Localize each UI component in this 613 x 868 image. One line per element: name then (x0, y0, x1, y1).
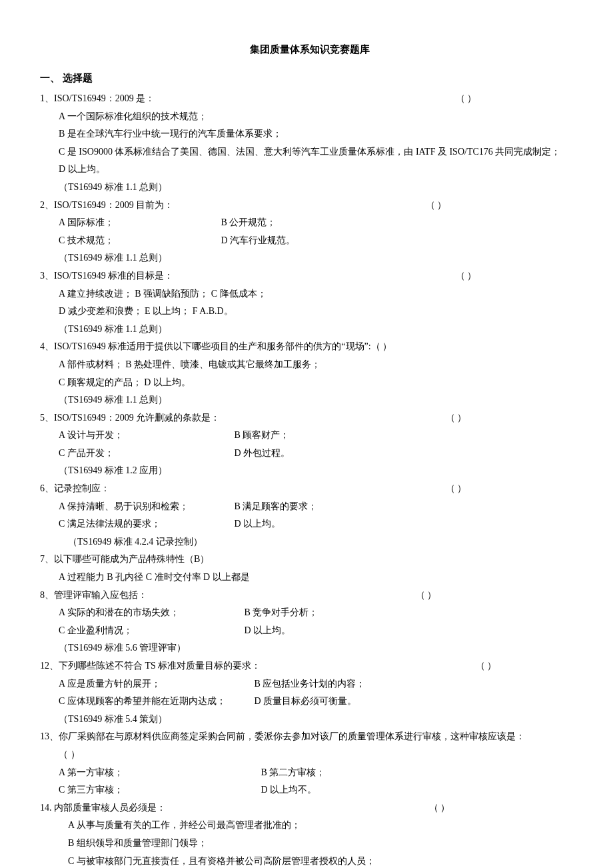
q12-option-d: D 质量目标必须可衡量。 (255, 696, 357, 706)
q13-option-b: B 第二方审核； (261, 767, 326, 777)
q3-blank: （ ） (456, 267, 477, 285)
section-header-choice: 一、 选择题 (40, 69, 580, 88)
q1-option-d: D 以上均。 (40, 161, 580, 179)
q13-option-d: D 以上均不。 (261, 785, 317, 795)
q8-options-row1: A 实际的和潜在的市场失效； B 竞争对手分析； (40, 604, 580, 622)
question-1-stem: 1、ISO/TS16949：2009 是： （ ） (40, 90, 580, 108)
q1-blank: （ ） (456, 90, 477, 108)
q5-text: 5、ISO/TS16949：2009 允许删减的条款是： (40, 413, 220, 423)
q8-options-row2: C 企业盈利情况； D 以上均。 (40, 622, 580, 640)
q4-options-row2: C 顾客规定的产品； D 以上均。 (40, 374, 580, 392)
q2-text: 2、ISO/TS16949：2009 目前为： (40, 200, 173, 210)
q4-reference: （TS16949 标准 1.1 总则） (40, 391, 580, 409)
document-title: 集团质量体系知识竞赛题库 (40, 40, 580, 59)
q2-reference: （TS16949 标准 1.1 总则） (40, 249, 580, 267)
q12-option-c: C 应体现顾客的希望并能在近期内达成； (59, 693, 252, 711)
question-5-stem: 5、ISO/TS16949：2009 允许删减的条款是： （ ） (40, 409, 580, 427)
q3-options-row2: D 减少变差和浪费； E 以上均； F A.B.D。 (40, 303, 580, 321)
question-7-stem: 7、以下哪些可能成为产品特殊特性（B） (40, 551, 580, 569)
q8-option-d: D 以上均。 (245, 625, 291, 635)
q8-reference: （TS16949 标准 5.6 管理评审） (40, 639, 580, 657)
q6-text: 6、记录控制应： (40, 483, 110, 493)
q13-option-a: A 第一方审核； (59, 764, 259, 782)
q5-blank: （ ） (446, 409, 467, 427)
q6-option-a: A 保持清晰、易于识别和检索； (59, 498, 232, 516)
question-3-stem: 3、ISO/TS16949 标准的目标是： （ ） (40, 267, 580, 285)
q7-options: A 过程能力 B 孔内径 C 准时交付率 D 以上都是 (40, 569, 580, 587)
q6-options-row2: C 满足法律法规的要求； D 以上均。 (40, 515, 580, 533)
q6-reference: （TS16949 标准 4.2.4 记录控制） (40, 533, 580, 551)
q13-options-row1: A 第一方审核； B 第二方审核； (40, 764, 580, 782)
q8-option-b: B 竞争对手分析； (245, 607, 318, 617)
q12-text: 12、下列哪些陈述不符合 TS 标准对质量目标的要求： (40, 661, 261, 671)
q6-option-d: D 以上均。 (235, 519, 281, 529)
q2-option-a: A 国际标准； (59, 214, 219, 232)
q12-options-row2: C 应体现顾客的希望并能在近期内达成； D 质量目标必须可衡量。 (40, 693, 580, 711)
q5-option-c: C 产品开发； (59, 445, 232, 463)
q1-option-b: B 是在全球汽车行业中统一现行的汽车质量体系要求； (40, 125, 580, 143)
question-13-stem: 13、你厂采购部在与原材料供应商签定采购合同前，委派你去参加对该厂的质量管理体系… (40, 728, 580, 746)
q3-options-row1: A 建立持续改进； B 强调缺陷预防； C 降低成本； (40, 285, 580, 303)
q5-option-d: D 外包过程。 (235, 448, 291, 458)
question-12-stem: 12、下列哪些陈述不符合 TS 标准对质量目标的要求： （ ） (40, 657, 580, 675)
q13-options-row2: C 第三方审核； D 以上均不。 (40, 781, 580, 799)
q5-option-b: B 顾客财产； (235, 430, 290, 440)
q1-reference: （TS16949 标准 1.1 总则） (40, 179, 580, 197)
q1-option-c: C 是 ISO9000 体系标准结合了美国、德国、法国、意大利等汽车工业质量体系… (40, 143, 580, 161)
q8-blank: （ ） (416, 587, 437, 605)
q14-option-c: C 与被审核部门无直接责任，且有资格并被公司高阶层管理者授权的人员； (40, 853, 580, 868)
q12-option-a: A 应是质量方针的展开； (59, 675, 252, 693)
q4-options-row1: A 部件或材料； B 热处理件、喷漆、电镀或其它最终加工服务； (40, 356, 580, 374)
q6-option-b: B 满足顾客的要求； (235, 501, 318, 511)
q14-option-a: A 从事与质量有关的工作，并经公司最高管理者批准的； (40, 817, 580, 835)
question-14-stem: 14. 内部质量审核人员必须是： （ ） (40, 799, 580, 817)
q6-options-row1: A 保持清晰、易于识别和检索； B 满足顾客的要求； (40, 498, 580, 516)
q5-options-row2: C 产品开发； D 外包过程。 (40, 445, 580, 463)
q8-text: 8、管理评审输入应包括： (40, 590, 147, 600)
q12-reference: （TS16949 标准 5.4 策划） (40, 711, 580, 729)
q2-option-c: C 技术规范； (59, 232, 219, 250)
q2-blank: （ ） (426, 197, 447, 215)
q1-text: 1、ISO/TS16949：2009 是： (40, 93, 155, 103)
q1-option-a: A 一个国际标准化组织的技术规范； (40, 108, 580, 126)
q5-reference: （TS16949 标准 1.2 应用） (40, 462, 580, 480)
q12-options-row1: A 应是质量方针的展开； B 应包括业务计划的内容； (40, 675, 580, 693)
q13-blank-line: （ ） (40, 746, 580, 764)
q3-reference: （TS16949 标准 1.1 总则） (40, 321, 580, 339)
q6-blank: （ ） (446, 480, 467, 498)
q2-option-d: D 汽车行业规范。 (221, 235, 296, 245)
q2-options-row1: A 国际标准； B 公开规范； (40, 214, 580, 232)
q14-option-b: B 组织领导和质量管理部门领导； (40, 835, 580, 853)
question-4-stem: 4、ISO/TS16949 标准适用于提供以下哪些项目的生产和服务部件的供方的“… (40, 338, 580, 356)
q12-option-b: B 应包括业务计划的内容； (255, 679, 366, 689)
q14-text: 14. 内部质量审核人员必须是： (40, 803, 166, 813)
q2-options-row2: C 技术规范； D 汽车行业规范。 (40, 232, 580, 250)
question-2-stem: 2、ISO/TS16949：2009 目前为： （ ） (40, 197, 580, 215)
q13-option-c: C 第三方审核； (59, 781, 259, 799)
question-6-stem: 6、记录控制应： （ ） (40, 480, 580, 498)
q5-option-a: A 设计与开发； (59, 427, 232, 445)
q5-options-row1: A 设计与开发； B 顾客财产； (40, 427, 580, 445)
q8-option-c: C 企业盈利情况； (59, 622, 242, 640)
q12-blank: （ ） (476, 657, 497, 675)
question-8-stem: 8、管理评审输入应包括： （ ） (40, 587, 580, 605)
q2-option-b: B 公开规范； (221, 217, 277, 227)
q6-option-c: C 满足法律法规的要求； (59, 515, 232, 533)
q14-blank: （ ） (429, 799, 450, 817)
q8-option-a: A 实际的和潜在的市场失效； (59, 604, 242, 622)
q3-text: 3、ISO/TS16949 标准的目标是： (40, 271, 173, 281)
